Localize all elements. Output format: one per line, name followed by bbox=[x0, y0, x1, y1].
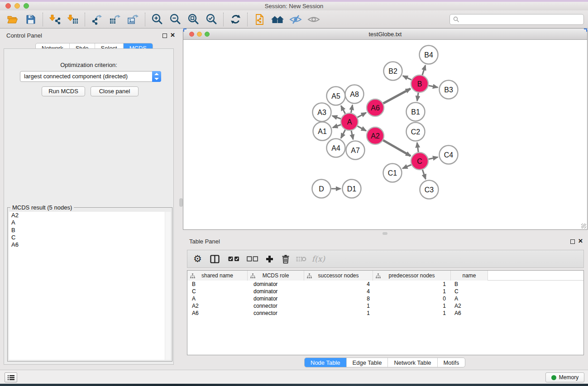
optimization-criterion-select[interactable]: largest connected component (directed) bbox=[20, 71, 161, 82]
export-network-button[interactable] bbox=[88, 12, 106, 27]
table-cell[interactable]: 1 bbox=[373, 310, 451, 317]
graph-edge-C-C2[interactable] bbox=[417, 143, 418, 152]
table-cell[interactable]: A bbox=[451, 295, 488, 302]
show-columns-button[interactable] bbox=[210, 252, 220, 266]
graph-node-D1[interactable]: D1 bbox=[343, 180, 361, 198]
hide-eye-button[interactable] bbox=[287, 12, 305, 27]
table-settings-button[interactable]: ⚙ bbox=[193, 252, 202, 266]
table-cell[interactable]: 1 bbox=[373, 288, 451, 295]
table-cell[interactable]: A bbox=[187, 295, 248, 302]
table-row[interactable]: Adominator80A bbox=[187, 295, 583, 302]
save-session-button[interactable] bbox=[22, 12, 40, 27]
network-document-button[interactable] bbox=[250, 12, 268, 27]
table-cell[interactable]: B bbox=[451, 281, 488, 288]
graph-node-C1[interactable]: C1 bbox=[383, 164, 402, 182]
graph-node-C[interactable]: C bbox=[411, 152, 428, 170]
search-input[interactable] bbox=[449, 14, 584, 25]
close-window-button[interactable] bbox=[5, 3, 11, 9]
scrollbar[interactable] bbox=[165, 212, 171, 360]
table-cell[interactable]: dominator bbox=[248, 288, 304, 295]
table-cell[interactable]: 8 bbox=[304, 295, 373, 302]
table-cell[interactable]: connector bbox=[248, 310, 304, 317]
table-cell[interactable]: connector bbox=[248, 302, 304, 310]
graph-node-B2[interactable]: B2 bbox=[384, 62, 402, 81]
graph-edge-A-A5[interactable] bbox=[341, 106, 345, 114]
import-table-button[interactable] bbox=[64, 12, 82, 27]
export-table-button[interactable] bbox=[106, 12, 124, 27]
graph-edge-A-A4[interactable] bbox=[341, 130, 345, 138]
mcds-result-item[interactable]: B bbox=[9, 227, 171, 234]
graph-edge-A-A7[interactable] bbox=[351, 131, 353, 139]
graph-edge-A-A8[interactable] bbox=[351, 105, 353, 113]
zoom-selected-button[interactable] bbox=[202, 12, 220, 27]
graph-node-B4[interactable]: B4 bbox=[420, 46, 438, 64]
graph-edge-A-A3[interactable] bbox=[332, 116, 341, 119]
graph-node-A4[interactable]: A4 bbox=[327, 139, 345, 157]
select-all-columns-button[interactable] bbox=[228, 252, 239, 266]
graph-node-A1[interactable]: A1 bbox=[313, 122, 332, 141]
delete-table-button[interactable] bbox=[296, 252, 306, 266]
dropdown-stepper-icon[interactable] bbox=[152, 71, 161, 82]
refresh-layout-button[interactable] bbox=[226, 12, 244, 27]
resize-grip[interactable] bbox=[581, 224, 586, 229]
zoom-window-button[interactable] bbox=[24, 3, 29, 9]
graph-edge-A2-C[interactable] bbox=[383, 140, 411, 156]
show-eye-button[interactable] bbox=[305, 12, 323, 27]
column-header-successor-nodes[interactable]: successor nodes bbox=[304, 271, 373, 281]
table-row[interactable]: A2connector11A2 bbox=[187, 302, 583, 310]
float-panel-icon[interactable] bbox=[163, 33, 167, 38]
table-cell[interactable]: A2 bbox=[187, 302, 248, 310]
column-header-mcds-role[interactable]: MCDS role bbox=[248, 271, 304, 281]
graph-node-A3[interactable]: A3 bbox=[313, 103, 331, 122]
zoom-out-button[interactable] bbox=[166, 12, 184, 27]
tab-network-table[interactable]: Network Table bbox=[387, 358, 437, 367]
table-cell[interactable]: 0 bbox=[373, 295, 451, 302]
zoom-in-button[interactable] bbox=[148, 12, 166, 27]
graph-node-A7[interactable]: A7 bbox=[346, 141, 365, 160]
graph-edge-A-A2[interactable] bbox=[358, 126, 366, 131]
table-cell[interactable]: 4 bbox=[304, 288, 373, 295]
graph-edge-B-B4[interactable] bbox=[422, 65, 425, 75]
open-file-button[interactable] bbox=[4, 12, 22, 27]
table-cell[interactable]: dominator bbox=[248, 281, 304, 288]
float-table-panel-icon[interactable] bbox=[570, 239, 575, 244]
unselect-all-columns-button[interactable] bbox=[247, 252, 258, 266]
mcds-result-item[interactable]: C bbox=[9, 234, 171, 241]
table-row[interactable]: Cdominator41C bbox=[187, 288, 583, 295]
table-cell[interactable]: 1 bbox=[373, 302, 451, 310]
export-image-button[interactable] bbox=[124, 12, 142, 27]
graph-node-A5[interactable]: A5 bbox=[327, 87, 345, 105]
graph-node-D[interactable]: D bbox=[312, 180, 331, 198]
table-cell[interactable]: 4 bbox=[304, 281, 373, 288]
graph-edge-C-C4[interactable] bbox=[429, 157, 438, 159]
column-header-name[interactable]: name bbox=[451, 271, 488, 281]
minimize-window-button[interactable] bbox=[14, 3, 20, 9]
tab-motifs[interactable]: Motifs bbox=[437, 358, 465, 367]
graph-node-A2[interactable]: A2 bbox=[367, 127, 384, 144]
home-button[interactable] bbox=[268, 12, 287, 27]
network-graph-canvas[interactable]: AA1A3A5A8A4A7A6A2BB1B2B3B4CC1C2C3C4DD1 bbox=[183, 40, 587, 230]
horizontal-scrollbar-thumb[interactable] bbox=[382, 232, 387, 235]
table-cell[interactable]: 1 bbox=[304, 310, 373, 317]
table-cell[interactable]: A6 bbox=[451, 310, 488, 317]
graph-node-A[interactable]: A bbox=[341, 113, 358, 130]
table-cell[interactable]: 1 bbox=[304, 302, 373, 310]
table-cell[interactable]: 1 bbox=[373, 281, 451, 288]
table-cell[interactable]: C bbox=[451, 288, 488, 295]
tab-edge-table[interactable]: Edge Table bbox=[346, 358, 388, 367]
graph-node-B[interactable]: B bbox=[411, 75, 428, 92]
graph-edge-C-C3[interactable] bbox=[422, 170, 425, 179]
table-cell[interactable]: dominator bbox=[248, 295, 304, 302]
table-cell[interactable]: A2 bbox=[451, 302, 488, 310]
close-view-button[interactable] bbox=[189, 32, 194, 37]
import-network-button[interactable] bbox=[46, 12, 64, 27]
graph-edge-C-C1[interactable] bbox=[402, 165, 411, 168]
graph-node-C3[interactable]: C3 bbox=[420, 181, 439, 199]
close-panel-icon[interactable]: ✕ bbox=[170, 33, 175, 38]
table-row[interactable]: Bdominator41B bbox=[187, 281, 583, 288]
zoom-view-button[interactable] bbox=[205, 32, 210, 37]
mcds-result-list[interactable]: A2ABCA6 bbox=[9, 212, 171, 360]
network-window-titlebar[interactable]: testGlobe.txt bbox=[183, 29, 587, 40]
close-panel-button[interactable]: Close panel bbox=[91, 86, 139, 96]
close-table-panel-icon[interactable]: ✕ bbox=[578, 238, 583, 244]
